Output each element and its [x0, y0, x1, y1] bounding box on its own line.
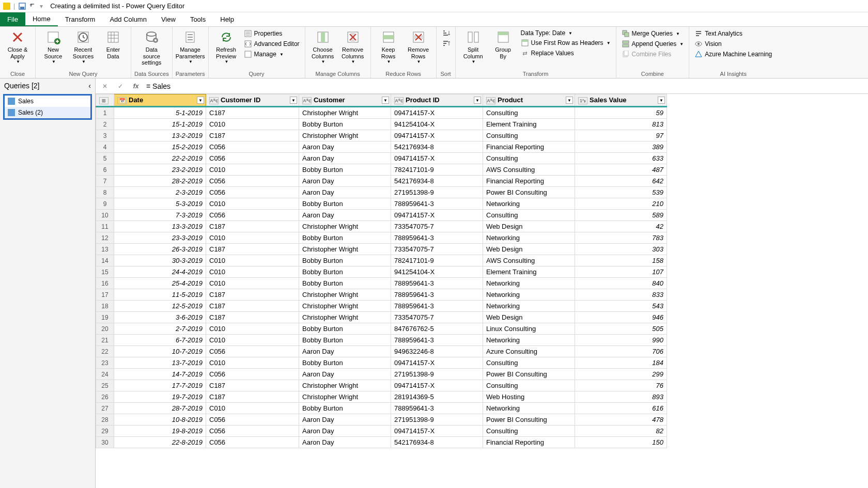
row-number[interactable]: 28 [96, 414, 114, 426]
sort-desc-button[interactable] [440, 39, 452, 49]
table-row[interactable]: 2414-7-2019C056Aaron Day271951398-9Power… [96, 369, 667, 380]
cell-prodid[interactable]: 733547075-7 [391, 312, 483, 323]
cell-sales[interactable]: 42 [575, 221, 667, 232]
cell-prodid[interactable]: 271951398-9 [391, 414, 483, 426]
cell-custid[interactable]: C010 [206, 335, 299, 346]
cell-sales[interactable]: 893 [575, 391, 667, 403]
cell-product[interactable]: Web Hosting [483, 391, 575, 403]
cell-product[interactable]: Power BI Consulting [483, 369, 575, 380]
row-number[interactable]: 6 [96, 164, 114, 176]
filter-dropdown-icon[interactable]: ▼ [474, 97, 481, 104]
cell-date[interactable]: 30-3-2019 [114, 255, 206, 266]
cell-custid[interactable]: C056 [206, 141, 299, 153]
cell-sales[interactable]: 616 [575, 403, 667, 414]
cell-custid[interactable]: C187 [206, 107, 299, 119]
cell-sales[interactable]: 642 [575, 176, 667, 187]
formula-text[interactable]: = Sales [146, 82, 171, 90]
cell-date[interactable]: 23-3-2019 [114, 232, 206, 244]
filter-dropdown-icon[interactable]: ▼ [197, 97, 204, 104]
cell-prodid[interactable]: 094714157-X [391, 426, 483, 437]
collapse-sidebar-icon[interactable]: ‹ [88, 82, 91, 90]
table-row[interactable]: 623-2-2019C010Bobby Burton782417101-9AWS… [96, 164, 667, 176]
append-queries-button[interactable]: Append Queries▼ [619, 39, 686, 49]
cell-prodid[interactable]: 094714157-X [391, 210, 483, 221]
cell-sales[interactable]: 478 [575, 414, 667, 426]
cell-custid[interactable]: C010 [206, 323, 299, 335]
row-number[interactable]: 22 [96, 346, 114, 357]
cell-sales[interactable]: 505 [575, 323, 667, 335]
cell-prodid[interactable]: 782417101-9 [391, 164, 483, 176]
table-row[interactable]: 216-7-2019C010Bobby Burton788959641-3Net… [96, 335, 667, 346]
choose-columns-button[interactable]: ChooseColumns▼ [308, 28, 337, 64]
cell-sales[interactable]: 946 [575, 312, 667, 323]
cell-date[interactable]: 23-2-2019 [114, 164, 206, 176]
cell-date[interactable]: 17-7-2019 [114, 380, 206, 391]
row-number[interactable]: 5 [96, 153, 114, 164]
cell-product[interactable]: Networking [483, 403, 575, 414]
cell-prodid[interactable]: 733547075-7 [391, 221, 483, 232]
cell-customer[interactable]: Christopher Wright [299, 301, 391, 312]
table-row[interactable]: 1223-3-2019C010Bobby Burton788959641-3Ne… [96, 232, 667, 244]
cell-date[interactable]: 5-1-2019 [114, 107, 206, 119]
azure-ml-button[interactable]: Azure Machine Learning [692, 50, 774, 59]
cell-custid[interactable]: C187 [206, 244, 299, 255]
tab-file[interactable]: File [0, 12, 25, 26]
cell-product[interactable]: Web Design [483, 244, 575, 255]
table-row[interactable]: 313-2-2019C187Christopher Wright09471415… [96, 130, 667, 141]
cell-prodid[interactable]: 788959641-3 [391, 289, 483, 301]
cell-custid[interactable]: C056 [206, 346, 299, 357]
cell-custid[interactable]: C056 [206, 369, 299, 380]
tab-transform[interactable]: Transform [58, 12, 103, 26]
cell-custid[interactable]: C056 [206, 426, 299, 437]
cell-sales[interactable]: 82 [575, 426, 667, 437]
cell-product[interactable]: Consulting [483, 130, 575, 141]
cell-product[interactable]: Networking [483, 232, 575, 244]
table-row[interactable]: 15-1-2019C187Christopher Wright094714157… [96, 107, 667, 119]
cell-product[interactable]: Element Training [483, 119, 575, 130]
cell-sales[interactable]: 813 [575, 119, 667, 130]
row-number[interactable]: 9 [96, 198, 114, 210]
cell-prodid[interactable]: 847676762-5 [391, 323, 483, 335]
table-row[interactable]: 2728-7-2019C010Bobby Burton788959641-3Ne… [96, 403, 667, 414]
cell-product[interactable]: Web Design [483, 221, 575, 232]
cell-prodid[interactable]: 788959641-3 [391, 198, 483, 210]
cell-prodid[interactable]: 281914369-5 [391, 391, 483, 403]
cell-date[interactable]: 28-2-2019 [114, 176, 206, 187]
tab-help[interactable]: Help [213, 12, 241, 26]
tab-tools[interactable]: Tools [183, 12, 213, 26]
row-number[interactable]: 25 [96, 380, 114, 391]
cell-prodid[interactable]: 788959641-3 [391, 403, 483, 414]
cell-customer[interactable]: Aaron Day [299, 437, 391, 448]
manage-parameters-button[interactable]: ManageParameters▼ [176, 28, 205, 64]
cell-sales[interactable]: 833 [575, 289, 667, 301]
cell-customer[interactable]: Aaron Day [299, 210, 391, 221]
cell-product[interactable]: Networking [483, 335, 575, 346]
manage-button[interactable]: Manage▼ [242, 50, 302, 59]
cell-date[interactable]: 5-3-2019 [114, 198, 206, 210]
cell-prodid[interactable]: 782417101-9 [391, 255, 483, 266]
cell-date[interactable]: 15-1-2019 [114, 119, 206, 130]
cell-product[interactable]: Consulting [483, 107, 575, 119]
row-number[interactable]: 20 [96, 323, 114, 335]
cell-prodid[interactable]: 788959641-3 [391, 301, 483, 312]
cell-customer[interactable]: Bobby Burton [299, 232, 391, 244]
split-column-button[interactable]: SplitColumn▼ [459, 28, 488, 64]
table-row[interactable]: 215-1-2019C010Bobby Burton941254104-XEle… [96, 119, 667, 130]
cell-customer[interactable]: Aaron Day [299, 176, 391, 187]
row-number[interactable]: 8 [96, 187, 114, 198]
new-source-button[interactable]: NewSource▼ [39, 28, 68, 64]
cell-product[interactable]: Networking [483, 198, 575, 210]
table-row[interactable]: 107-3-2019C056Aaron Day094714157-XConsul… [96, 210, 667, 221]
cell-date[interactable]: 11-5-2019 [114, 289, 206, 301]
cell-date[interactable]: 13-2-2019 [114, 130, 206, 141]
cell-sales[interactable]: 589 [575, 210, 667, 221]
cell-date[interactable]: 25-4-2019 [114, 278, 206, 289]
table-row[interactable]: 95-3-2019C010Bobby Burton788959641-3Netw… [96, 198, 667, 210]
cell-sales[interactable]: 210 [575, 198, 667, 210]
cell-date[interactable]: 13-7-2019 [114, 357, 206, 369]
cell-sales[interactable]: 783 [575, 232, 667, 244]
advanced-editor-button[interactable]: Advanced Editor [242, 39, 302, 49]
filter-dropdown-icon[interactable]: ▼ [566, 97, 573, 104]
cell-prodid[interactable]: 094714157-X [391, 380, 483, 391]
cell-product[interactable]: Power BI Consulting [483, 187, 575, 198]
